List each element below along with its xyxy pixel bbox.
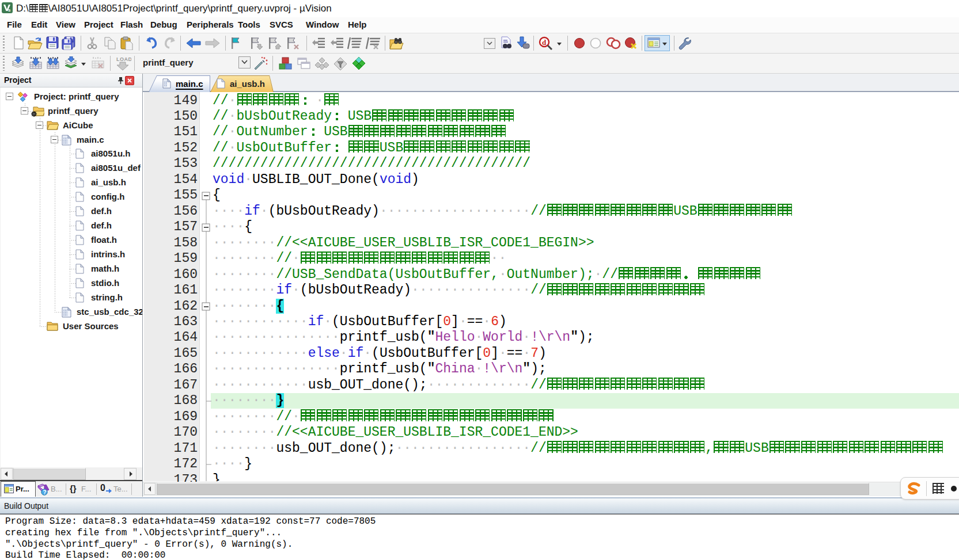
- svg-text:s: s: [8, 7, 11, 13]
- svg-text:LOAD: LOAD: [116, 56, 131, 62]
- svg-text:d: d: [542, 38, 547, 47]
- svg-text:?: ?: [43, 489, 47, 496]
